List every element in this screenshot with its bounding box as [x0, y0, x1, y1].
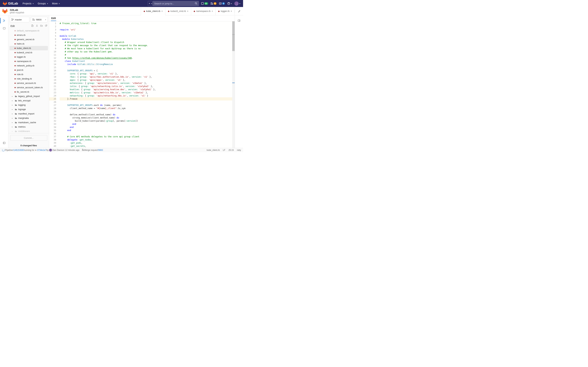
folder-icon	[15, 126, 17, 128]
refresh-icon[interactable]	[45, 25, 47, 27]
status-language[interactable]: ruby	[237, 149, 241, 151]
mr-icon	[82, 149, 84, 151]
right-rail-collapse-icon[interactable]	[235, 17, 242, 24]
upload-icon[interactable]	[36, 25, 38, 27]
ruby-icon: ◆	[14, 56, 16, 58]
file-tree-item[interactable]: ◆helm.rb	[9, 42, 48, 46]
code-editor[interactable]: 1234567891011121314151617181920212223242…	[49, 21, 235, 148]
branch-icon	[11, 18, 14, 21]
nav-more[interactable]: More	[50, 1, 62, 6]
file-tree-item[interactable]: ◆logger.rb	[9, 55, 48, 59]
commit-button[interactable]: Commit...	[10, 135, 47, 141]
user-menu[interactable]	[234, 1, 240, 6]
new-file-icon[interactable]	[31, 25, 34, 27]
rail-edit-icon[interactable]	[1, 17, 8, 24]
rail-review-icon[interactable]	[1, 25, 8, 32]
tanuki-icon	[3, 1, 7, 6]
editor-tab[interactable]: ◆kube_client.rb×	[141, 7, 165, 15]
file-tree-item[interactable]: ◆service_account.rb	[9, 81, 48, 85]
project-avatar[interactable]	[1, 8, 9, 15]
close-icon[interactable]: ×	[187, 10, 188, 13]
mr-selector[interactable]: !9800 ▾	[31, 17, 48, 22]
file-name: namespace.rb	[17, 60, 31, 63]
status-encoding[interactable]: LF	[223, 149, 225, 151]
close-icon[interactable]: ×	[231, 10, 232, 13]
scrollbar[interactable]	[232, 21, 235, 148]
file-name: role.rb	[17, 73, 23, 76]
editor-tab[interactable]: ◆namespace.rb×	[191, 7, 216, 15]
folder-tree-item[interactable]: ▸marginalia	[9, 116, 48, 120]
file-tree-item[interactable]: ◆kubectl_cmd.rb	[9, 50, 48, 55]
editor-tab[interactable]: ◆kubectl_cmd.rb×	[165, 7, 191, 15]
file-tree-item[interactable]: ◆kube_client.rb	[9, 46, 48, 50]
commit-link[interactable]: 3734e1e7	[37, 149, 46, 151]
tanuki-icon	[2, 8, 8, 14]
folder-tree-item[interactable]: ▸metrics	[9, 125, 48, 129]
folder-tree-item[interactable]: ▸markdown_cache	[9, 120, 48, 125]
pipeline-id-link[interactable]: #146153083	[13, 149, 24, 151]
file-name: network_policy.rb	[17, 64, 34, 67]
file-tree-item[interactable]: ◆role_binding.rb	[9, 76, 48, 81]
status-cursor[interactable]: 25:15	[229, 149, 234, 151]
folder-icon	[15, 130, 17, 133]
folder-tree-item[interactable]: ▸middleware	[9, 129, 48, 133]
pipeline-rocket-icon[interactable]	[235, 10, 243, 13]
status-filename: kube_client.rb	[207, 149, 220, 151]
close-icon[interactable]: ×	[161, 10, 163, 13]
new-dropdown[interactable]: ＋	[148, 1, 153, 6]
chevron-right-icon: ▸	[12, 113, 14, 115]
chevron-right-icon: ▸	[12, 117, 14, 119]
folder-tree-item[interactable]: ▸lets_encrypt	[9, 98, 48, 103]
file-name: logger.rb	[17, 56, 26, 58]
global-search[interactable]	[153, 1, 199, 6]
gitlab-logo[interactable]: GitLab	[3, 1, 18, 6]
branch-selector[interactable]: master	[10, 17, 29, 22]
mr-link[interactable]: !9800	[98, 149, 103, 151]
folder-name: lets_encrypt	[18, 99, 30, 102]
chevron-right-icon: ▸	[12, 100, 14, 101]
folder-name: metrics	[18, 125, 26, 128]
file-tree-item[interactable]: ◆pod.rb	[9, 68, 48, 72]
file-tree-item[interactable]: ◆default_namespace.rb	[9, 28, 48, 33]
svg-point-8	[239, 11, 240, 11]
file-tree-item[interactable]: ◆errors.rb	[9, 33, 48, 37]
commit-icon	[35, 149, 37, 151]
folder-name: marginalia	[18, 117, 29, 119]
project-name[interactable]: GitLab	[10, 8, 24, 11]
editor-mode-tab[interactable]: Edit	[51, 16, 56, 21]
folder-tree-item[interactable]: ▸logging	[9, 103, 48, 107]
folder-icon	[15, 113, 17, 115]
ruby-icon: ◆	[168, 10, 169, 12]
nav-groups[interactable]: Groups	[36, 1, 50, 6]
nav-projects[interactable]: Projects	[21, 1, 35, 6]
todos-link[interactable]: 9	[219, 2, 225, 5]
ruby-icon: ◆	[14, 51, 16, 54]
merge-requests-link[interactable]: 6	[210, 2, 216, 5]
file-tree-item[interactable]: ◆tls_secret.rb	[9, 90, 48, 94]
file-tree-item[interactable]: ◆service_account_token.rb	[9, 85, 48, 90]
ruby-icon: ◆	[14, 43, 16, 45]
ruby-icon: ◆	[14, 65, 16, 67]
file-tree-item[interactable]: ◆namespace.rb	[9, 59, 48, 63]
folder-icon	[15, 95, 17, 98]
editor-tab[interactable]: ◆logger.rb×	[216, 7, 235, 15]
rail-collapse-icon[interactable]	[1, 140, 8, 146]
file-name: service_account.rb	[17, 82, 36, 84]
tab-label: logger.rb	[221, 10, 230, 12]
help-dropdown[interactable]	[227, 2, 232, 5]
new-folder-icon[interactable]	[40, 25, 43, 27]
mr-id: !9800	[36, 18, 42, 21]
svg-rect-9	[3, 27, 5, 29]
svg-point-0	[195, 2, 197, 4]
scroll-thumb[interactable]	[232, 21, 235, 51]
file-tree-item[interactable]: ◆generic_secret.rb	[9, 37, 48, 42]
folder-tree-item[interactable]: ▸lograge	[9, 107, 48, 111]
folder-icon	[15, 117, 17, 119]
issues-link[interactable]: 11	[201, 2, 208, 5]
folder-tree-item[interactable]: ▸legacy_github_import	[9, 94, 48, 98]
folder-tree-item[interactable]: ▸manifest_import	[9, 111, 48, 116]
close-icon[interactable]: ×	[212, 10, 213, 13]
file-tree-item[interactable]: ◆network_policy.rb	[9, 63, 48, 68]
file-tree-item[interactable]: ◆role.rb	[9, 72, 48, 76]
search-input[interactable]	[154, 2, 195, 5]
